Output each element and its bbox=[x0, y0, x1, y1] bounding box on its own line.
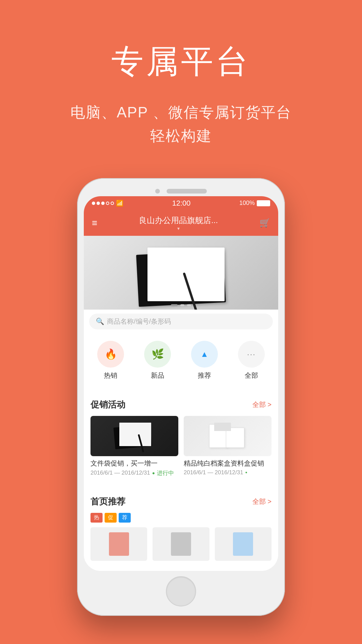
dot1 bbox=[92, 202, 95, 205]
promo-img-dark-1 bbox=[90, 416, 178, 456]
promo-date-1: 2016/6/1 — 2016/12/31 bbox=[90, 470, 150, 476]
category-hot-label: 热销 bbox=[104, 371, 117, 380]
featured-product-3[interactable] bbox=[215, 527, 272, 561]
tag-promo: 促 bbox=[105, 513, 117, 523]
category-new[interactable]: 🌿 新品 bbox=[144, 341, 171, 380]
promotions-more[interactable]: 全部 > bbox=[252, 400, 272, 409]
sub-line1: 电脑、APP 、微信专属订货平台 bbox=[70, 104, 291, 120]
store-name-dropdown[interactable]: 良山办公用品旗舰店... ▾ bbox=[139, 215, 218, 231]
product-light-2 bbox=[207, 423, 248, 449]
battery-bar bbox=[257, 200, 270, 206]
banner-dot-3[interactable] bbox=[187, 304, 191, 306]
search-input-box[interactable]: 🔍 商品名称/编号/条形码 bbox=[89, 314, 273, 329]
promotions-header: 促销活动 全部 > bbox=[90, 399, 272, 411]
promotions-title: 促销活动 bbox=[90, 399, 125, 411]
home-button[interactable] bbox=[166, 576, 196, 606]
status-text-1: 进行中 bbox=[157, 469, 174, 477]
product-thumb-2 bbox=[171, 532, 191, 556]
search-bar-container: 🔍 商品名称/编号/条形码 bbox=[84, 310, 278, 333]
promo-title-2: 精品纯白档案盒资料盒促销 bbox=[184, 459, 272, 468]
promo-card-1[interactable]: 文件袋促销，买一增一 2016/6/1 — 2016/12/31 ● 进行中 bbox=[90, 416, 178, 477]
phone-screen: 📶 12:00 100% ≡ 良山办公用品旗舰店... ▾ bbox=[84, 196, 278, 571]
category-row: 🔥 热销 🌿 新品 ▲ 推荐 bbox=[84, 334, 278, 387]
featured-product-1[interactable] bbox=[90, 527, 147, 561]
featured-products bbox=[90, 527, 272, 564]
search-placeholder: 商品名称/编号/条形码 bbox=[107, 317, 171, 326]
box-lid bbox=[214, 423, 231, 431]
status-dot-1: ● bbox=[152, 470, 155, 476]
main-title: 专属平台 bbox=[0, 40, 362, 84]
tag-new: 荐 bbox=[119, 513, 131, 523]
notebook-paper bbox=[147, 248, 225, 301]
status-left: 📶 bbox=[92, 200, 123, 207]
status-bar: 📶 12:00 100% bbox=[84, 196, 278, 210]
promo-card-2[interactable]: 精品纯白档案盒资料盒促销 2016/6/1 — 2016/12/31 • bbox=[184, 416, 272, 477]
phone-speaker bbox=[167, 189, 207, 194]
promo-grid: 文件袋促销，买一增一 2016/6/1 — 2016/12/31 ● 进行中 bbox=[90, 416, 272, 484]
category-hot[interactable]: 🔥 热销 bbox=[97, 341, 124, 380]
hot-icon: 🔥 bbox=[105, 348, 117, 360]
featured-more[interactable]: 全部 > bbox=[252, 497, 272, 506]
dot5 bbox=[111, 202, 114, 205]
all-icon: ··· bbox=[247, 350, 256, 359]
battery-fill bbox=[257, 201, 269, 206]
battery-percent: 100% bbox=[239, 200, 255, 207]
status-time: 12:00 bbox=[172, 199, 190, 208]
menu-icon[interactable]: ≡ bbox=[92, 218, 97, 228]
sub-title: 电脑、APP 、微信专属订货平台 轻松构建 bbox=[0, 101, 362, 148]
banner-dots bbox=[171, 304, 191, 306]
product-dark-page bbox=[119, 423, 151, 446]
dot2 bbox=[97, 202, 100, 205]
cart-icon[interactable]: 🛒 bbox=[259, 218, 270, 228]
promo-title-1: 文件袋促销，买一增一 bbox=[90, 459, 178, 468]
banner-dot-2[interactable] bbox=[180, 304, 184, 306]
page: 专属平台 电脑、APP 、微信专属订货平台 轻松构建 bbox=[0, 0, 362, 644]
category-new-label: 新品 bbox=[151, 371, 164, 380]
category-all-circle: ··· bbox=[238, 341, 265, 368]
category-rec-circle: ▲ bbox=[191, 341, 218, 368]
phone-bottom bbox=[84, 571, 278, 609]
tag-hot: 热 bbox=[90, 513, 103, 523]
category-hot-circle: 🔥 bbox=[97, 341, 124, 368]
sub-line2: 轻松构建 bbox=[150, 127, 212, 144]
promo-date-2: 2016/6/1 — 2016/12/31 bbox=[184, 469, 243, 476]
category-rec-label: 推荐 bbox=[198, 371, 211, 380]
app-header: ≡ 良山办公用品旗舰店... ▾ 🛒 bbox=[84, 210, 278, 236]
signal-dots bbox=[92, 202, 114, 205]
status-indicator-2: • bbox=[245, 469, 247, 476]
promotions-section: 促销活动 全部 > bbox=[84, 392, 278, 484]
featured-section: 首页推荐 全部 > 热 促 荐 bbox=[84, 489, 278, 571]
product-thumb-3 bbox=[233, 532, 253, 556]
phone-outer: 📶 12:00 100% ≡ 良山办公用品旗舰店... ▾ bbox=[77, 178, 285, 616]
dot3 bbox=[101, 202, 105, 205]
dropdown-arrow: ▾ bbox=[139, 226, 218, 231]
promo-image-1 bbox=[90, 416, 178, 456]
product-thumb-1 bbox=[109, 532, 129, 556]
header-section: 专属平台 电脑、APP 、微信专属订货平台 轻松构建 bbox=[0, 0, 362, 168]
status-right: 100% bbox=[239, 200, 270, 207]
featured-product-2[interactable] bbox=[153, 527, 209, 561]
rec-icon: ▲ bbox=[200, 350, 208, 359]
promo-img-light-2 bbox=[184, 416, 272, 456]
search-icon: 🔍 bbox=[96, 317, 104, 325]
promo-image-2 bbox=[184, 416, 272, 456]
phone-wrapper: 📶 12:00 100% ≡ 良山办公用品旗舰店... ▾ bbox=[0, 178, 362, 616]
banner-bg bbox=[84, 236, 278, 310]
category-all-label: 全部 bbox=[245, 371, 258, 380]
tag-row: 热 促 荐 bbox=[90, 513, 272, 523]
store-name: 良山办公用品旗舰店... bbox=[139, 215, 218, 226]
category-all[interactable]: ··· 全部 bbox=[238, 341, 265, 380]
promo-date-row-2: 2016/6/1 — 2016/12/31 • bbox=[184, 469, 272, 476]
category-rec[interactable]: ▲ 推荐 bbox=[191, 341, 218, 380]
featured-header: 首页推荐 全部 > bbox=[90, 496, 272, 507]
dot4 bbox=[106, 202, 109, 205]
banner-dot-1[interactable] bbox=[171, 304, 178, 306]
phone-top bbox=[84, 185, 278, 196]
promo-date-row-1: 2016/6/1 — 2016/12/31 ● 进行中 bbox=[90, 469, 178, 477]
featured-title: 首页推荐 bbox=[90, 496, 125, 507]
product-dark-1 bbox=[114, 423, 155, 449]
wifi-icon: 📶 bbox=[116, 200, 123, 207]
banner[interactable] bbox=[84, 236, 278, 310]
category-new-circle: 🌿 bbox=[144, 341, 171, 368]
product-illustration bbox=[131, 243, 231, 303]
